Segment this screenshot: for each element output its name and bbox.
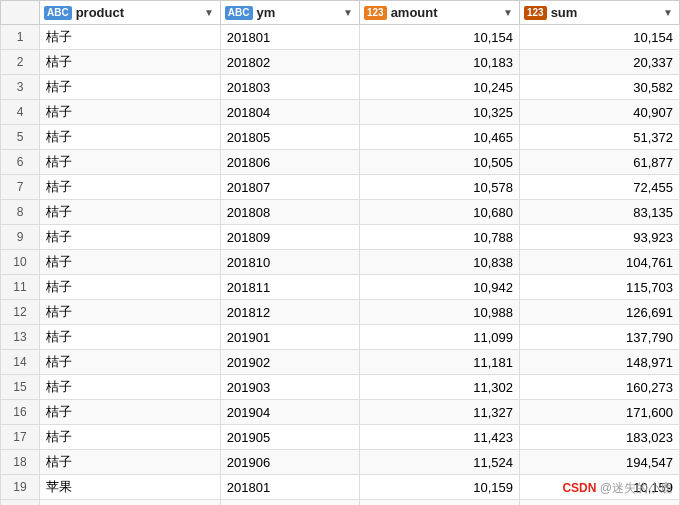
table-row[interactable]: 6桔子20180610,50561,877	[1, 150, 680, 175]
ym-sort-icon[interactable]: ▼	[343, 7, 353, 18]
cell-amount: 10,680	[359, 200, 519, 225]
table-row[interactable]: 3桔子20180310,24530,582	[1, 75, 680, 100]
cell-product: 桔子	[39, 350, 220, 375]
cell-sum: 148,971	[519, 350, 679, 375]
cell-amount: 10,154	[359, 25, 519, 50]
cell-product: 桔子	[39, 50, 220, 75]
cell-ym: 201810	[220, 250, 359, 275]
cell-ym: 201803	[220, 75, 359, 100]
cell-ym: 201904	[220, 400, 359, 425]
table-row[interactable]: 8桔子20180810,68083,135	[1, 200, 680, 225]
th-amount-label: amount	[391, 5, 438, 20]
table-row[interactable]: 11桔子20181110,942115,703	[1, 275, 680, 300]
cell-product: 桔子	[39, 200, 220, 225]
cell-sum: 171,600	[519, 400, 679, 425]
table-row[interactable]: 9桔子20180910,78893,923	[1, 225, 680, 250]
amount-type-badge: 123	[364, 6, 387, 20]
cell-ym: 201906	[220, 450, 359, 475]
cell-product: 桔子	[39, 275, 220, 300]
cell-ym: 201809	[220, 225, 359, 250]
cell-ym: 201806	[220, 150, 359, 175]
cell-ym: 201804	[220, 100, 359, 125]
cell-sum: 51,372	[519, 125, 679, 150]
cell-ym: 201903	[220, 375, 359, 400]
cell-sum: 20,337	[519, 50, 679, 75]
th-ym[interactable]: ABC ym ▼	[220, 1, 359, 25]
row-number: 5	[1, 125, 40, 150]
cell-sum: 160,273	[519, 375, 679, 400]
row-number: 12	[1, 300, 40, 325]
table-row[interactable]: 10桔子20181010,838104,761	[1, 250, 680, 275]
ym-type-badge: ABC	[225, 6, 253, 20]
table-row[interactable]: 13桔子20190111,099137,790	[1, 325, 680, 350]
cell-amount: 11,181	[359, 350, 519, 375]
cell-product: 桔子	[39, 450, 220, 475]
table-row[interactable]: 19苹果20180110,15910,159	[1, 475, 680, 500]
cell-product: 苹果	[39, 500, 220, 506]
cell-product: 桔子	[39, 150, 220, 175]
sum-sort-icon[interactable]: ▼	[663, 7, 673, 18]
product-sort-icon[interactable]: ▼	[204, 7, 214, 18]
table-row[interactable]: 15桔子20190311,302160,273	[1, 375, 680, 400]
cell-sum: 93,923	[519, 225, 679, 250]
cell-ym: 201905	[220, 425, 359, 450]
table-row[interactable]: 2桔子20180210,18320,337	[1, 50, 680, 75]
cell-ym: 201807	[220, 175, 359, 200]
cell-amount: 11,302	[359, 375, 519, 400]
cell-product: 桔子	[39, 125, 220, 150]
product-type-badge: ABC	[44, 6, 72, 20]
cell-sum: 83,135	[519, 200, 679, 225]
cell-product: 桔子	[39, 300, 220, 325]
cell-amount: 10,578	[359, 175, 519, 200]
table-row[interactable]: 20苹果20180210,21120,370	[1, 500, 680, 506]
th-rownum	[1, 1, 40, 25]
data-table: ABC product ▼ ABC ym ▼ 123 amount	[0, 0, 680, 505]
cell-ym: 201801	[220, 25, 359, 50]
th-sum-label: sum	[551, 5, 578, 20]
data-table-container: ABC product ▼ ABC ym ▼ 123 amount	[0, 0, 680, 505]
row-number: 18	[1, 450, 40, 475]
cell-amount: 11,524	[359, 450, 519, 475]
cell-amount: 10,159	[359, 475, 519, 500]
table-row[interactable]: 18桔子20190611,524194,547	[1, 450, 680, 475]
cell-amount: 10,505	[359, 150, 519, 175]
row-number: 8	[1, 200, 40, 225]
table-row[interactable]: 4桔子20180410,32540,907	[1, 100, 680, 125]
cell-ym: 201901	[220, 325, 359, 350]
table-row[interactable]: 5桔子20180510,46551,372	[1, 125, 680, 150]
cell-sum: 115,703	[519, 275, 679, 300]
cell-amount: 10,788	[359, 225, 519, 250]
cell-ym: 201811	[220, 275, 359, 300]
table-row[interactable]: 1桔子20180110,15410,154	[1, 25, 680, 50]
cell-ym: 201802	[220, 500, 359, 506]
cell-amount: 10,988	[359, 300, 519, 325]
table-row[interactable]: 14桔子20190211,181148,971	[1, 350, 680, 375]
row-number: 13	[1, 325, 40, 350]
row-number: 11	[1, 275, 40, 300]
th-ym-label: ym	[257, 5, 276, 20]
table-row[interactable]: 16桔子20190411,327171,600	[1, 400, 680, 425]
cell-sum: 194,547	[519, 450, 679, 475]
table-header-row: ABC product ▼ ABC ym ▼ 123 amount	[1, 1, 680, 25]
row-number: 6	[1, 150, 40, 175]
row-number: 16	[1, 400, 40, 425]
table-row[interactable]: 17桔子20190511,423183,023	[1, 425, 680, 450]
table-row[interactable]: 12桔子20181210,988126,691	[1, 300, 680, 325]
th-sum[interactable]: 123 sum ▼	[519, 1, 679, 25]
cell-sum: 183,023	[519, 425, 679, 450]
cell-ym: 201801	[220, 475, 359, 500]
cell-product: 桔子	[39, 225, 220, 250]
amount-sort-icon[interactable]: ▼	[503, 7, 513, 18]
cell-ym: 201808	[220, 200, 359, 225]
row-number: 17	[1, 425, 40, 450]
th-product[interactable]: ABC product ▼	[39, 1, 220, 25]
cell-ym: 201802	[220, 50, 359, 75]
cell-amount: 11,327	[359, 400, 519, 425]
th-amount[interactable]: 123 amount ▼	[359, 1, 519, 25]
table-row[interactable]: 7桔子20180710,57872,455	[1, 175, 680, 200]
cell-amount: 10,183	[359, 50, 519, 75]
cell-product: 桔子	[39, 250, 220, 275]
row-number: 3	[1, 75, 40, 100]
cell-amount: 11,423	[359, 425, 519, 450]
cell-ym: 201805	[220, 125, 359, 150]
